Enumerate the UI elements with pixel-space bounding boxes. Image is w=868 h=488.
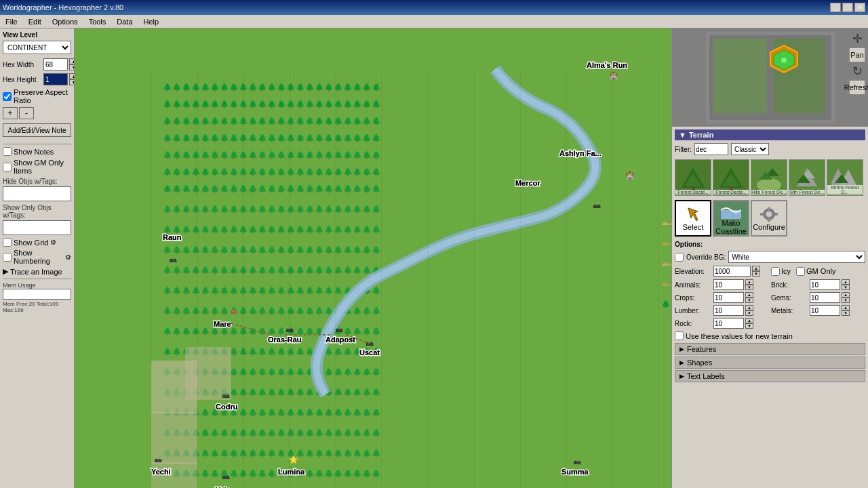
menu-edit[interactable]: Edit xyxy=(23,16,47,27)
configure-tile[interactable]: Configure xyxy=(751,200,787,237)
use-values-checkbox[interactable] xyxy=(675,331,684,340)
numbering-gear-icon[interactable]: ⚙ xyxy=(65,253,71,261)
terrain-tile-mtn-forest[interactable]: Mtn Forest De... xyxy=(789,159,825,196)
menu-options[interactable]: Options xyxy=(47,16,83,27)
gm-only-checkbox[interactable] xyxy=(796,267,805,276)
icy-checkbox[interactable] xyxy=(771,267,780,276)
rock-up[interactable]: ▲ xyxy=(745,318,753,323)
elevation-label: Elevation: xyxy=(675,268,712,275)
svg-text:🌲🌲🌲🌲🌲🌲🌲🌲🌲🌲🌲🌲🌲🌲🌲: 🌲🌲🌲🌲🌲🌲🌲🌲🌲🌲🌲🌲🌲🌲🌲🌲🌲🌲🌲🌲🌲🌲🌲 xyxy=(163,82,381,92)
elevation-up[interactable]: ▲ xyxy=(752,266,760,271)
menu-help[interactable]: Help xyxy=(138,16,165,27)
show-notes-checkbox[interactable] xyxy=(3,147,12,156)
zoom-out-button[interactable]: - xyxy=(19,107,34,119)
style-select[interactable]: Classic Modern xyxy=(731,143,769,155)
shapes-header[interactable]: ▶ Shapes xyxy=(675,357,865,368)
icy-gm-row: Icy GM Only xyxy=(771,266,865,277)
pan-label: Pan xyxy=(850,51,864,59)
hide-objs-input[interactable] xyxy=(3,186,71,201)
animals-input[interactable] xyxy=(713,279,744,290)
override-bg-checkbox[interactable] xyxy=(675,253,684,262)
override-bg-row: Override BG: White Black xyxy=(675,251,865,263)
lumber-up[interactable]: ▲ xyxy=(745,305,753,310)
hex-height-input[interactable] xyxy=(43,73,68,85)
minimap-refresh-icon[interactable]: ↻ xyxy=(852,64,863,79)
show-notes-row: Show Notes xyxy=(3,147,71,156)
view-level-label: View Level xyxy=(3,31,71,39)
close-button[interactable]: ✕ xyxy=(854,3,865,12)
metals-down[interactable]: ▼ xyxy=(842,310,850,316)
gems-up[interactable]: ▲ xyxy=(842,292,850,298)
icy-label: Icy xyxy=(781,267,791,275)
trace-arrow-icon: ▶ xyxy=(3,267,8,276)
preserve-aspect-checkbox[interactable] xyxy=(3,92,12,101)
refresh-button[interactable]: Refresh xyxy=(849,80,865,95)
filter-input[interactable] xyxy=(694,143,728,155)
crops-input[interactable] xyxy=(713,292,744,303)
show-numbering-checkbox[interactable] xyxy=(3,253,12,262)
rock-input[interactable] xyxy=(713,318,744,329)
select-label: Select xyxy=(683,223,704,231)
hide-objs-label: Hide Objs w/Tags: xyxy=(3,178,71,185)
zoom-in-button[interactable]: + xyxy=(3,107,18,119)
grid-gear-icon[interactable]: ⚙ xyxy=(50,239,56,246)
hex-width-down[interactable]: ▼ xyxy=(69,64,75,70)
continent-dropdown[interactable]: CONTINENT xyxy=(3,41,71,54)
brick-input[interactable] xyxy=(810,279,840,290)
animals-up[interactable]: ▲ xyxy=(745,279,753,285)
gems-down[interactable]: ▼ xyxy=(842,298,850,303)
hex-height-up[interactable]: ▲ xyxy=(69,73,75,79)
lumber-input[interactable] xyxy=(713,305,744,316)
select-tile[interactable]: Select xyxy=(675,200,711,237)
crops-up[interactable]: ▲ xyxy=(745,292,753,298)
svg-text:🏰: 🏰 xyxy=(609,70,618,80)
filter-label: Filter: xyxy=(675,146,692,153)
trace-image-label[interactable]: Trace an Image xyxy=(10,268,62,276)
rock-spinner: ▲ ▼ xyxy=(745,318,753,329)
brick-up[interactable]: ▲ xyxy=(842,279,850,285)
terrain-tile-hills-forest[interactable]: Hills Forest De... xyxy=(751,159,787,196)
map-canvas[interactable]: 🌲🌲🌲🌲🌲🌲🌲🌲🌲🌲🌲🌲🌲🌲🌲🌲🌲🌲🌲🌲🌲🌲🌲 🌲🌲🌲🌲🌲🌲🌲🌲🌲🌲🌲🌲🌲🌲🌲🌲… xyxy=(75,28,671,488)
rock-down[interactable]: ▼ xyxy=(745,323,753,329)
elevation-input[interactable] xyxy=(713,266,751,277)
hex-height-down[interactable]: ▼ xyxy=(69,79,75,85)
crops-down[interactable]: ▼ xyxy=(745,298,753,303)
options-grid: Elevation: ▲ ▼ Icy xyxy=(675,266,865,277)
show-only-input[interactable] xyxy=(3,220,71,235)
map-area[interactable]: 🌲🌲🌲🌲🌲🌲🌲🌲🌲🌲🌲🌲🌲🌲🌲🌲🌲🌲🌲🌲🌲🌲🌲 🌲🌲🌲🌲🌲🌲🌲🌲🌲🌲🌲🌲🌲🌲🌲🌲… xyxy=(75,28,671,488)
features-header[interactable]: ▶ Features xyxy=(675,344,865,354)
metals-input[interactable] xyxy=(810,305,840,316)
svg-rect-112 xyxy=(760,213,764,216)
animals-down[interactable]: ▼ xyxy=(745,285,753,290)
terrain-section-header[interactable]: ▼ Terrain xyxy=(675,129,865,140)
terrain-tile-mntns-forest[interactable]: Mntns Forest D... xyxy=(827,159,863,196)
show-gm-checkbox[interactable] xyxy=(3,163,12,171)
hex-width-up[interactable]: ▲ xyxy=(69,58,75,64)
menu-data[interactable]: Data xyxy=(111,16,138,27)
svg-rect-96 xyxy=(730,186,732,190)
override-bg-select[interactable]: White Black xyxy=(728,251,865,263)
show-grid-row: Show Grid ⚙ xyxy=(3,238,71,247)
add-note-button[interactable]: Add/Edit/View Note xyxy=(3,123,71,137)
terrain-tile-forest-dec-1[interactable]: Forest Decid... xyxy=(675,159,711,196)
mako-coastline-tile[interactable]: Mako Coastline xyxy=(713,200,749,237)
terrain-tiles: Forest Decid... Forest Decid... xyxy=(675,159,865,196)
maximize-button[interactable]: □ xyxy=(842,3,853,12)
terrain-tile-forest-dec-2[interactable]: Forest Decid... xyxy=(713,159,749,196)
svg-rect-113 xyxy=(774,213,778,216)
minimap-move-icon[interactable]: ✛ xyxy=(852,31,863,46)
gems-input[interactable] xyxy=(810,292,840,303)
menu-tools[interactable]: Tools xyxy=(83,16,112,27)
hex-width-input[interactable] xyxy=(43,58,68,70)
elevation-down[interactable]: ▼ xyxy=(752,271,760,277)
pan-button[interactable]: Pan xyxy=(849,47,865,62)
menu-file[interactable]: File xyxy=(0,16,23,27)
show-grid-checkbox[interactable] xyxy=(3,238,12,247)
text-labels-header[interactable]: ▶ Text Labels xyxy=(675,371,865,382)
metals-label: Metals: xyxy=(771,307,808,314)
lumber-down[interactable]: ▼ xyxy=(745,310,753,316)
metals-up[interactable]: ▲ xyxy=(842,305,850,310)
minimize-button[interactable]: _ xyxy=(830,3,841,12)
svg-text:🌲🌲🌲🌲🌲🌲🌲🌲🌲🌲🌲🌲🌲🌲🌲: 🌲🌲🌲🌲🌲🌲🌲🌲🌲🌲🌲🌲🌲🌲🌲🌲🌲🌲🌲🌲🌲🌲🌲 xyxy=(163,99,381,108)
brick-down[interactable]: ▼ xyxy=(842,285,850,290)
